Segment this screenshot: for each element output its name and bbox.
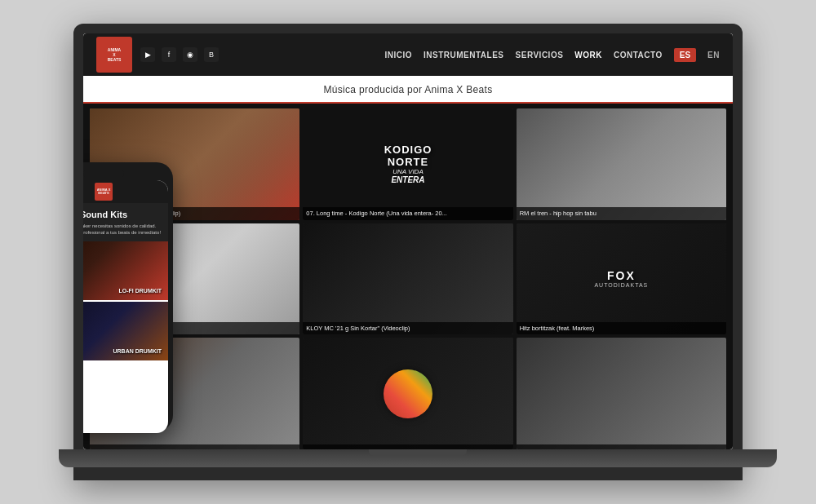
- phone-logo-text: ANIMA X BEATS: [95, 188, 113, 196]
- phone-card1-label: LO-FI DRUMKIT: [119, 288, 162, 294]
- video-thumb-5[interactable]: KLOY MC '21 g Sin Kortar" (Videoclip): [303, 223, 512, 335]
- lang-es-button[interactable]: ES: [674, 48, 696, 62]
- nav-right: INICIO INSTRUMENTALES SERVICIOS WORK CON…: [385, 48, 721, 62]
- video-label-6: Hitz bortitzak (feat. Markes): [517, 322, 726, 335]
- nav-instrumentales[interactable]: INSTRUMENTALES: [424, 51, 503, 60]
- laptop-base: [59, 449, 777, 467]
- section-title: Música producida por Anima X Beats: [83, 76, 733, 104]
- phone-hero: Sound Kits Si eres beatmaker necesitas s…: [83, 203, 168, 241]
- laptop-screen: ANIMA X BEATS Sound Kits Si eres beatmak…: [83, 33, 733, 449]
- phone-navbar: ANIMA X BEATS: [83, 180, 168, 203]
- video-thumb-6[interactable]: FOX AUTODIDAKTAS Hitz bortitzak (feat. M…: [517, 223, 726, 335]
- phone-frame: ANIMA X BEATS Sound Kits Si eres beatmak…: [83, 162, 173, 431]
- video-thumb-3[interactable]: RM el tren - hip hop sin tabu: [517, 108, 726, 220]
- phone-card2-label: URBAN DRUMKIT: [113, 348, 162, 354]
- phone-card-2[interactable]: OFERTA URBAN DRUMKIT: [83, 302, 168, 360]
- website: ANIMAXBEATS ▶ f ◉ B INICIO INSTRUMENTALE…: [83, 33, 733, 449]
- lang-en-button[interactable]: EN: [707, 51, 720, 60]
- nav-contacto[interactable]: CONTACTO: [614, 51, 663, 60]
- phone-notch: [83, 170, 124, 177]
- phone-hero-text: Si eres beatmaker necesitas sonidos de c…: [83, 223, 162, 237]
- phone-card-1[interactable]: NUEVO OFERTA LO-FI DRUMKIT: [83, 241, 168, 300]
- nav-left: ANIMAXBEATS ▶ f ◉ B: [96, 37, 219, 73]
- video-thumb-8[interactable]: [303, 338, 512, 449]
- phone-website: ANIMA X BEATS Sound Kits Si eres beatmak…: [83, 180, 168, 433]
- phone-hero-title: Sound Kits: [83, 210, 162, 219]
- navbar: ANIMAXBEATS ▶ f ◉ B INICIO INSTRUMENTALE…: [83, 33, 733, 76]
- social-icons: ▶ f ◉ B: [140, 47, 219, 62]
- video-label-3: RM el tren - hip hop sin tabu: [517, 207, 726, 220]
- instagram-icon[interactable]: ◉: [183, 47, 197, 62]
- behance-icon[interactable]: B: [204, 47, 219, 62]
- video-thumb-9[interactable]: [517, 338, 726, 449]
- video-label-2: 07. Long time - Kodigo Norte (Una vida e…: [303, 207, 512, 220]
- video-label-5: KLOY MC '21 g Sin Kortar" (Videoclip): [303, 322, 512, 335]
- facebook-icon[interactable]: f: [162, 47, 176, 62]
- nav-work[interactable]: WORK: [574, 51, 602, 60]
- video-grid: Hablamos de Fútbol" (Videoclip) KODIGO N…: [83, 104, 733, 449]
- phone-logo: ANIMA X BEATS: [95, 183, 113, 201]
- youtube-icon[interactable]: ▶: [140, 47, 155, 62]
- laptop-frame: ANIMA X BEATS Sound Kits Si eres beatmak…: [73, 24, 743, 480]
- nav-servicios[interactable]: SERVICIOS: [516, 51, 564, 60]
- content-area: Hablamos de Fútbol" (Videoclip) KODIGO N…: [83, 104, 733, 449]
- video-thumb-2[interactable]: KODIGO NORTE UNA VIDA ENTERA 07. Long ti…: [303, 108, 512, 220]
- page-wrapper: ANIMA X BEATS Sound Kits Si eres beatmak…: [73, 24, 743, 480]
- phone-screen: ANIMA X BEATS Sound Kits Si eres beatmak…: [83, 180, 168, 433]
- logo-text: ANIMAXBEATS: [108, 47, 122, 62]
- logo[interactable]: ANIMAXBEATS: [96, 37, 132, 73]
- nav-inicio[interactable]: INICIO: [385, 51, 413, 60]
